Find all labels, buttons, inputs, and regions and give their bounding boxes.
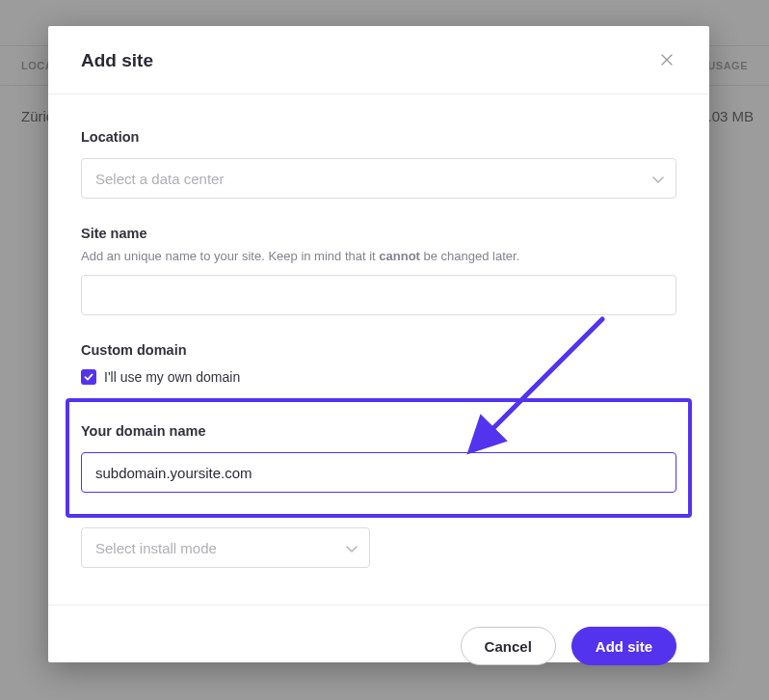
helper-text-post: be changed later. [420, 249, 519, 263]
helper-text-pre: Add an unique name to your site. Keep in… [81, 249, 379, 263]
chevron-down-icon [652, 171, 664, 187]
cancel-button[interactable]: Cancel [461, 627, 556, 665]
site-name-label: Site name [81, 226, 676, 241]
install-mode-group: Select install mode [81, 527, 676, 568]
custom-domain-label: Custom domain [81, 342, 676, 358]
close-icon [661, 54, 673, 66]
own-domain-checkbox-label: I'll use my own domain [104, 369, 240, 385]
location-placeholder: Select a data center [95, 171, 224, 187]
install-mode-placeholder: Select install mode [95, 540, 217, 556]
close-button[interactable] [657, 49, 676, 72]
install-mode-select[interactable]: Select install mode [81, 527, 370, 568]
location-group: Location Select a data center [81, 129, 676, 199]
checkbox-checked-icon [81, 369, 96, 385]
site-name-helper: Add an unique name to your site. Keep in… [81, 249, 676, 263]
modal-header: Add site [48, 26, 709, 94]
modal-title: Add site [81, 50, 153, 71]
own-domain-checkbox-row[interactable]: I'll use my own domain [81, 369, 676, 385]
location-label: Location [81, 129, 676, 145]
site-name-group: Site name Add an unique name to your sit… [81, 226, 676, 315]
add-site-modal: Add site Location Select a data center S… [48, 26, 709, 662]
modal-body: Location Select a data center Site name … [48, 94, 709, 605]
location-select[interactable]: Select a data center [81, 158, 676, 199]
domain-name-highlight: Your domain name [66, 398, 692, 518]
custom-domain-group: Custom domain I'll use my own domain [81, 342, 676, 385]
modal-footer: Cancel Add site [48, 605, 709, 687]
helper-text-bold: cannot [379, 249, 420, 263]
chevron-down-icon [346, 540, 358, 556]
your-domain-input[interactable] [81, 452, 676, 493]
your-domain-label: Your domain name [81, 423, 676, 439]
add-site-button[interactable]: Add site [571, 627, 676, 665]
site-name-input[interactable] [81, 275, 676, 315]
